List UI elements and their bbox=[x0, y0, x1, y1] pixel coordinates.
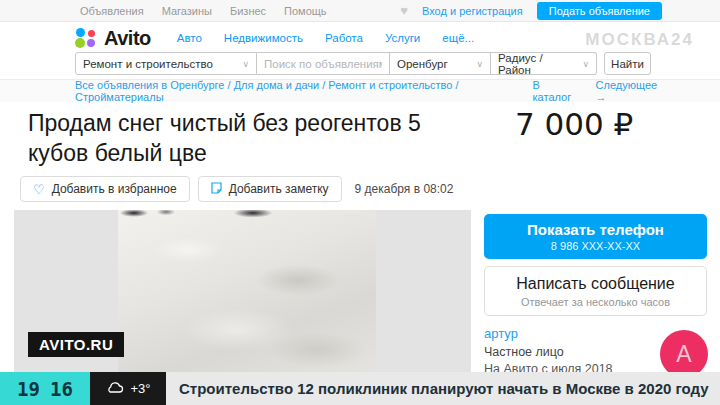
seller-name-link[interactable]: артур bbox=[484, 326, 613, 341]
breadcrumb[interactable]: Все объявления в Оренбурге / Для дома и … bbox=[75, 79, 533, 103]
send-message-button[interactable]: Написать сообщение Отвечает за несколько… bbox=[484, 266, 707, 316]
nav-realty[interactable]: Недвижимость bbox=[224, 32, 303, 44]
show-phone-button[interactable]: Показать телефон 8 986 XXX-XX-XX bbox=[484, 214, 707, 259]
tv-channel-watermark: МОСКВА24 bbox=[585, 30, 694, 50]
reply-time-label: Отвечает за несколько часов bbox=[521, 296, 670, 308]
seller-avatar[interactable]: А bbox=[660, 330, 708, 378]
avito-photo-watermark: AVITO.RU bbox=[28, 332, 124, 357]
topbar-link-business[interactable]: Бизнес bbox=[230, 5, 266, 17]
masked-phone-number: 8 986 XXX-XX-XX bbox=[551, 240, 640, 252]
topbar-link-help[interactable]: Помощь bbox=[284, 5, 327, 17]
breadcrumb-right-links: В каталог Следующее → bbox=[533, 79, 668, 103]
radius-select[interactable]: Радиус / Район ∨ bbox=[491, 52, 597, 75]
avito-logo[interactable]: Avito bbox=[75, 27, 151, 50]
listing-photo-snow[interactable] bbox=[118, 210, 376, 372]
topbar-link-ads[interactable]: Объявления bbox=[80, 5, 144, 17]
search-button[interactable]: Найти bbox=[604, 52, 651, 75]
login-link[interactable]: Вход и регистрация bbox=[422, 5, 523, 17]
news-ticker: 19 16 +3° Строительство 12 поликлиник пл… bbox=[0, 372, 720, 405]
category-select-value: Ремонт и строительство bbox=[83, 58, 213, 70]
favorites-heart-icon[interactable]: ♥ bbox=[400, 4, 408, 17]
show-phone-label: Показать телефон bbox=[527, 221, 664, 238]
logo-dot-green bbox=[75, 38, 85, 48]
listing-price: 7 000 ₽ bbox=[515, 106, 633, 142]
nav-services[interactable]: Услуги bbox=[385, 32, 420, 44]
listing-actions: ♡ Добавить в избранное Добавить заметку … bbox=[20, 176, 453, 202]
main-nav: Авто Недвижимость Работа Услуги ещё... bbox=[177, 32, 474, 44]
logo-text: Avito bbox=[104, 27, 151, 50]
add-favorite-button[interactable]: ♡ Добавить в избранное bbox=[20, 176, 190, 202]
topbar-link-shops[interactable]: Магазины bbox=[162, 5, 212, 17]
to-catalog-link[interactable]: В каталог bbox=[533, 79, 580, 103]
logo-dot-blue bbox=[76, 28, 85, 37]
city-select[interactable]: Оренбург ∨ bbox=[390, 52, 491, 75]
avito-logo-icon bbox=[75, 27, 97, 49]
seller-type: Частное лицо bbox=[484, 345, 613, 359]
top-utility-bar: Объявления Магазины Бизнес Помощь ♥ Вход… bbox=[0, 0, 720, 22]
ticker-news-text: Строительство 12 поликлиник планируют на… bbox=[166, 372, 720, 405]
ticker-weather: +3° bbox=[90, 372, 166, 405]
add-note-button[interactable]: Добавить заметку bbox=[198, 176, 342, 202]
city-select-value: Оренбург bbox=[397, 58, 448, 70]
topbar-links: Объявления Магазины Бизнес Помощь bbox=[80, 5, 327, 17]
nav-auto[interactable]: Авто bbox=[177, 32, 202, 44]
post-ad-button[interactable]: Подать объявление bbox=[537, 2, 662, 20]
listing-date: 9 декабря в 08:02 bbox=[355, 182, 454, 196]
search-bar: Ремонт и строительство ∨ Оренбург ∨ Ради… bbox=[75, 52, 651, 75]
add-note-label: Добавить заметку bbox=[229, 182, 329, 196]
chevron-down-icon: ∨ bbox=[476, 59, 483, 69]
next-listing-link[interactable]: Следующее → bbox=[596, 79, 668, 103]
topbar-right: ♥ Вход и регистрация Подать объявление bbox=[400, 2, 662, 20]
site-header: Avito Авто Недвижимость Работа Услуги ещ… bbox=[75, 24, 474, 52]
logo-dot-purple bbox=[87, 39, 95, 47]
cloud-icon bbox=[105, 381, 124, 396]
search-input[interactable] bbox=[257, 52, 390, 75]
temperature-label: +3° bbox=[130, 381, 150, 396]
avito-listing-page: Объявления Магазины Бизнес Помощь ♥ Вход… bbox=[0, 0, 720, 405]
chevron-down-icon: ∨ bbox=[582, 59, 589, 69]
clock-hours: 19 bbox=[17, 378, 40, 400]
nav-jobs[interactable]: Работа bbox=[325, 32, 363, 44]
heart-outline-icon: ♡ bbox=[33, 183, 45, 196]
logo-dot-red bbox=[88, 30, 95, 37]
chevron-down-icon: ∨ bbox=[242, 59, 249, 69]
listing-title: Продам снег чистый без реогентов 5 кубов… bbox=[28, 108, 458, 169]
category-select[interactable]: Ремонт и строительство ∨ bbox=[75, 52, 257, 75]
photo-gallery[interactable]: AVITO.RU bbox=[14, 210, 471, 372]
clock-minutes: 16 bbox=[50, 378, 73, 400]
nav-more[interactable]: ещё... bbox=[442, 32, 474, 44]
note-icon bbox=[211, 182, 222, 197]
send-message-label: Написать сообщение bbox=[516, 275, 674, 293]
ticker-clock: 19 16 bbox=[0, 372, 90, 405]
breadcrumb-row: Все объявления в Оренбурге / Для дома и … bbox=[0, 79, 720, 102]
radius-select-value: Радиус / Район bbox=[498, 52, 578, 76]
seller-info: артур Частное лицо На Авито с июля 2018 bbox=[484, 326, 613, 376]
add-favorite-label: Добавить в избранное bbox=[52, 182, 177, 196]
